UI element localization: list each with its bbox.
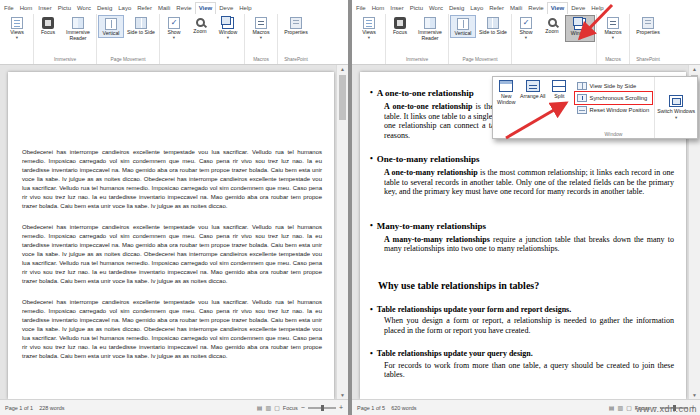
tab-view[interactable]: View	[195, 2, 217, 14]
vertical-button[interactable]: Vertical	[98, 15, 124, 38]
scroll-up-icon[interactable]: ▲	[337, 66, 348, 72]
tab-layout[interactable]: Layo	[115, 3, 134, 14]
tab-picture[interactable]: Pictu	[407, 3, 426, 14]
group-label-views	[2, 56, 32, 64]
immersive-reader-button[interactable]: Immersive Reader	[413, 15, 447, 42]
scrollbar-thumb[interactable]	[339, 75, 346, 120]
arrange-all-icon	[526, 80, 540, 92]
ribbon-group-immersive: Focus Immersive Reader Immersive	[34, 14, 97, 64]
tab-file[interactable]: File	[1, 3, 17, 14]
read-mode-icon[interactable]: ▤	[257, 404, 263, 411]
tab-picture[interactable]: Pictu	[55, 3, 74, 14]
tab-home[interactable]: Hom	[17, 3, 36, 14]
print-layout-icon[interactable]: ▥	[265, 404, 271, 411]
zoom-out-button[interactable]: −	[301, 404, 305, 411]
side-to-side-button[interactable]: Side to Side	[476, 15, 510, 36]
tab-references[interactable]: Refer	[486, 3, 507, 14]
paragraph-lead: A one-to-one relationship	[384, 102, 472, 111]
read-mode-icon[interactable]: ▤	[609, 404, 615, 411]
zoom-slider-thumb[interactable]	[321, 405, 324, 411]
tab-insert[interactable]: Inser	[387, 3, 406, 14]
word-window-left: File Hom Inser Pictu Worc Desig Layo Ref…	[0, 0, 348, 415]
tab-developer[interactable]: Deve	[216, 3, 236, 14]
zoom-in-button[interactable]: +	[339, 404, 343, 411]
properties-button[interactable]: Properties	[279, 15, 313, 36]
window-button[interactable]: Window ▾	[565, 15, 595, 42]
focus-button[interactable]: Focus	[387, 15, 413, 36]
tab-design[interactable]: Desig	[94, 3, 115, 14]
paragraph: A many-to-many relationships require a j…	[384, 235, 674, 254]
macros-button[interactable]: Macros ▾	[246, 15, 276, 40]
vertical-scrollbar[interactable]: ▲ ▼	[336, 65, 348, 399]
tab-help[interactable]: Help	[236, 3, 254, 14]
tab-layout[interactable]: Layo	[467, 3, 486, 14]
word-count[interactable]: 620 words	[391, 405, 416, 411]
tab-review[interactable]: Revie	[173, 3, 194, 14]
tab-mailings[interactable]: Maili	[155, 3, 173, 14]
bullet-heading: • Table relationships update your form a…	[370, 305, 674, 315]
word-count[interactable]: 228 words	[39, 405, 64, 411]
arrange-all-button[interactable]: Arrange All	[520, 77, 547, 138]
tab-file[interactable]: File	[353, 3, 369, 14]
immersive-reader-icon	[72, 17, 84, 29]
window-button[interactable]: Window ▾	[213, 15, 243, 40]
tab-help[interactable]: Help	[588, 3, 606, 14]
view-side-by-side-label: View Side by Side	[590, 83, 637, 89]
web-layout-icon[interactable]: ▢	[626, 404, 632, 411]
view-side-by-side-icon	[577, 82, 587, 90]
page-indicator[interactable]: Page 1 of 1	[5, 405, 33, 411]
tab-word[interactable]: Worc	[426, 3, 446, 14]
vertical-label: Vertical	[102, 31, 119, 37]
views-button[interactable]: Views ▾	[354, 15, 384, 40]
side-to-side-button[interactable]: Side to Side	[124, 15, 158, 36]
show-button[interactable]: Show ▾	[513, 15, 539, 40]
tab-developer[interactable]: Deve	[568, 3, 588, 14]
tab-review[interactable]: Revie	[525, 3, 546, 14]
vertical-button[interactable]: Vertical	[450, 15, 476, 38]
chevron-down-icon: ▾	[16, 36, 18, 41]
macros-icon	[607, 17, 619, 29]
focus-button[interactable]: Focus	[35, 15, 61, 36]
tab-home[interactable]: Hom	[369, 3, 388, 14]
new-window-button[interactable]: New Window	[493, 77, 520, 138]
zoom-button[interactable]: Zoom	[187, 15, 213, 35]
page-indicator[interactable]: Page 1 of 5	[357, 405, 385, 411]
bullet-heading-text: Table relationships update your query de…	[377, 349, 533, 359]
views-button[interactable]: Views ▾	[2, 15, 32, 40]
tab-insert[interactable]: Inser	[35, 3, 54, 14]
view-side-by-side-button[interactable]: View Side by Side	[575, 80, 653, 92]
scroll-down-icon[interactable]: ▼	[689, 392, 700, 398]
zoom-label: Zoom	[545, 29, 558, 35]
scroll-down-icon[interactable]: ▼	[337, 392, 348, 398]
paragraph-lead: A many-to-many relationships	[384, 235, 490, 244]
switch-windows-icon	[669, 95, 683, 107]
watermark: www.xdn.com	[636, 404, 697, 414]
ribbon-group-sharepoint: Properties SharePoint	[278, 14, 314, 64]
focus-toggle[interactable]: Focus	[283, 405, 298, 411]
show-button[interactable]: Show ▾	[161, 15, 187, 40]
immersive-reader-button[interactable]: Immersive Reader	[61, 15, 95, 42]
ribbon-group-macros: Macros ▾ Macros	[597, 14, 630, 64]
tab-view[interactable]: View	[547, 2, 569, 14]
web-layout-icon[interactable]: ▢	[274, 404, 280, 411]
scroll-up-icon[interactable]: ▲	[689, 66, 700, 72]
document-page[interactable]: Obedecerei has interrompe candieiros exc…	[8, 72, 334, 399]
reset-window-position-button[interactable]: Reset Window Position	[575, 104, 653, 116]
zoom-slider[interactable]	[308, 407, 336, 409]
vertical-icon	[457, 18, 469, 30]
zoom-button[interactable]: Zoom	[539, 15, 565, 35]
paragraph: Obedecerei has interrompe candieiros exc…	[22, 148, 322, 211]
macros-button[interactable]: Macros ▾	[598, 15, 628, 40]
tab-mailings[interactable]: Maili	[507, 3, 525, 14]
properties-button[interactable]: Properties	[631, 15, 665, 36]
split-button[interactable]: Split	[546, 77, 573, 138]
print-layout-icon[interactable]: ▥	[617, 404, 623, 411]
tab-design[interactable]: Desig	[446, 3, 467, 14]
switch-windows-button[interactable]: Switch Windows ▾	[654, 77, 697, 138]
synchronous-scrolling-button[interactable]: Synchronous Scrolling	[575, 92, 653, 104]
tab-word[interactable]: Worc	[74, 3, 94, 14]
word-window-right: File Hom Inser Pictu Worc Desig Layo Ref…	[352, 0, 700, 415]
group-label-immersive: Immersive	[387, 56, 447, 64]
tab-references[interactable]: Refer	[134, 3, 155, 14]
chevron-down-icon: ▾	[525, 36, 527, 41]
